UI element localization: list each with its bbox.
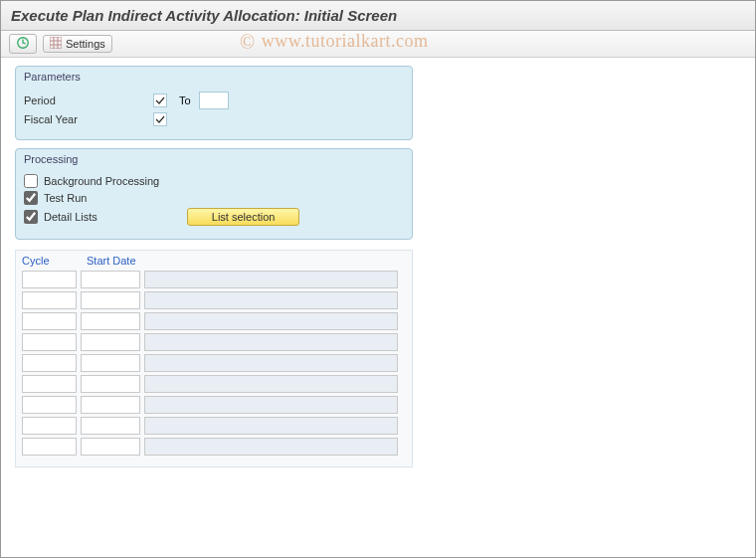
cycle-input[interactable] (22, 354, 77, 372)
table-row (22, 396, 406, 414)
description-input[interactable] (144, 333, 398, 351)
to-label: To (179, 94, 191, 106)
cycle-input[interactable] (22, 271, 77, 288)
svg-rect-1 (50, 37, 62, 49)
period-to-input[interactable] (199, 92, 229, 109)
background-checkbox[interactable] (24, 174, 38, 188)
settings-label: Settings (66, 38, 105, 50)
startdate-input[interactable] (81, 354, 140, 372)
description-input[interactable] (144, 417, 398, 435)
testrun-checkbox[interactable] (24, 191, 38, 205)
cycle-input[interactable] (22, 375, 77, 393)
execute-button[interactable] (9, 34, 37, 54)
processing-title: Processing (24, 153, 404, 171)
parameters-title: Parameters (24, 71, 404, 89)
clock-execute-icon (16, 36, 30, 52)
table-row (22, 312, 406, 330)
description-input[interactable] (144, 354, 398, 372)
detail-label: Detail Lists (44, 211, 97, 223)
startdate-input[interactable] (81, 271, 140, 288)
grid-settings-icon (50, 37, 62, 51)
fiscal-year-label: Fiscal Year (24, 113, 153, 125)
testrun-label: Test Run (44, 192, 87, 204)
description-input[interactable] (144, 271, 398, 288)
table-row (22, 354, 406, 372)
toolbar: Settings (1, 31, 755, 58)
description-input[interactable] (144, 396, 398, 414)
cycle-input[interactable] (22, 396, 77, 414)
cycle-input[interactable] (22, 291, 77, 309)
startdate-header: Start Date (87, 255, 146, 267)
startdate-input[interactable] (81, 438, 140, 456)
description-input[interactable] (144, 291, 398, 309)
description-input[interactable] (144, 312, 398, 330)
period-label: Period (24, 94, 153, 106)
processing-group: Processing Background Processing Test Ru… (15, 148, 413, 240)
table-row (22, 438, 406, 456)
startdate-input[interactable] (81, 312, 140, 330)
table-row (22, 291, 406, 309)
startdate-input[interactable] (81, 375, 140, 393)
cycle-input[interactable] (22, 438, 77, 456)
description-input[interactable] (144, 375, 398, 393)
cycle-input[interactable] (22, 333, 77, 351)
background-label: Background Processing (44, 175, 159, 187)
fiscal-year-input[interactable] (153, 112, 167, 126)
startdate-input[interactable] (81, 417, 140, 435)
settings-button[interactable]: Settings (43, 35, 112, 53)
page-title: Execute Plan Indirect Activity Allocatio… (1, 1, 755, 31)
table-row (22, 271, 406, 288)
cycle-input[interactable] (22, 312, 77, 330)
detail-checkbox[interactable] (24, 210, 38, 224)
period-from-input[interactable] (153, 93, 167, 107)
parameters-group: Parameters Period To Fiscal Year (15, 66, 413, 140)
table-row (22, 417, 406, 435)
startdate-input[interactable] (81, 333, 140, 351)
table-row (22, 375, 406, 393)
cycle-header: Cycle (22, 255, 77, 267)
list-selection-button[interactable]: List selection (187, 208, 300, 226)
startdate-input[interactable] (81, 291, 140, 309)
cycle-table: Cycle Start Date (15, 250, 413, 467)
startdate-input[interactable] (81, 396, 140, 414)
table-row (22, 333, 406, 351)
cycle-input[interactable] (22, 417, 77, 435)
description-input[interactable] (144, 438, 398, 456)
